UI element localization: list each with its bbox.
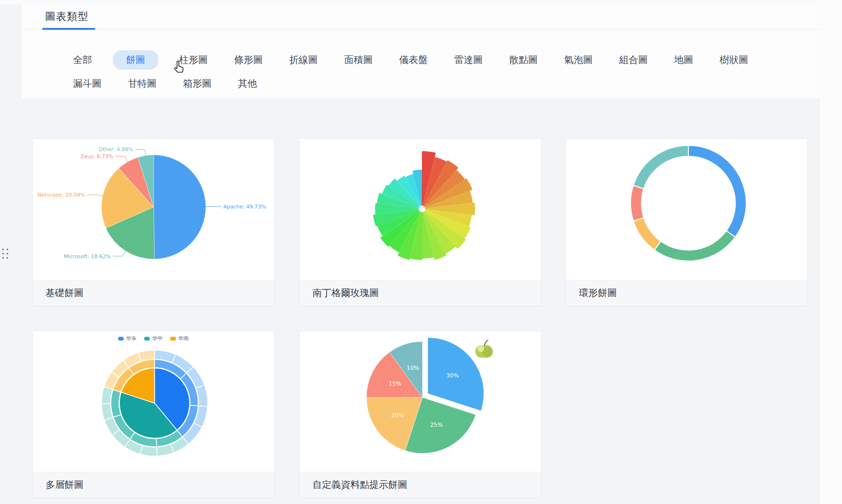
card-title: 南丁格爾玫瑰圖 <box>312 287 379 299</box>
filter-tab[interactable]: 其他 <box>232 74 263 93</box>
card-footer: 自定義資料點提示餅圖 <box>300 472 541 497</box>
legend-item[interactable]: 华东 <box>118 335 137 342</box>
card-title: 環形餅圖 <box>579 287 617 299</box>
custom-tooltip-pie-chart: 30%25%20%15%10% <box>300 331 541 472</box>
card-nightingale-rose[interactable]: 南丁格爾玫瑰圖 <box>299 138 541 306</box>
svg-text:30%: 30% <box>446 372 459 379</box>
svg-text:25%: 25% <box>430 422 443 428</box>
multi-layer-pie-chart <box>33 331 274 472</box>
filter-tab[interactable]: 餅圖 <box>113 50 158 70</box>
filter-tab[interactable]: 條形圖 <box>229 50 268 70</box>
filter-tab[interactable]: 組合圖 <box>613 50 653 70</box>
rose-chart <box>300 139 541 280</box>
svg-text:Netscape: 20.04%: Netscape: 20.04% <box>37 192 85 198</box>
card-footer: 南丁格爾玫瑰圖 <box>300 280 541 306</box>
filter-tab[interactable]: 樹狀圖 <box>714 50 754 70</box>
svg-text:Zeus: 6.73%: Zeus: 6.73% <box>81 153 113 160</box>
filter-tab[interactable]: 全部 <box>67 50 98 70</box>
filter-tab[interactable]: 氣泡圖 <box>558 50 598 70</box>
svg-text:Other: 4.88%: Other: 4.88% <box>99 146 133 153</box>
active-section-underline <box>42 28 95 30</box>
filter-tab[interactable]: 儀表盤 <box>394 50 433 70</box>
card-title: 基礎餅圖 <box>46 287 83 299</box>
filter-tab[interactable]: 折線圖 <box>284 50 323 70</box>
legend-marker <box>144 337 150 341</box>
legend-item[interactable]: 华中 <box>144 335 163 342</box>
filter-tab[interactable]: 甘特圖 <box>122 74 162 93</box>
page-title: 圖表類型 <box>45 9 89 24</box>
svg-text:20%: 20% <box>391 412 404 419</box>
filter-tab[interactable]: 地圖 <box>668 50 699 70</box>
svg-text:15%: 15% <box>389 380 402 387</box>
legend-item[interactable]: 华南 <box>170 335 189 342</box>
filter-tab[interactable]: 面積圖 <box>339 50 378 70</box>
card-basic-pie[interactable]: Apache: 49.73%Microsoft: 18.62%Netscape:… <box>32 138 275 306</box>
card-title: 自定義資料點提示餅圖 <box>312 478 407 491</box>
apple-image <box>476 340 493 358</box>
top-edge-strip <box>0 0 842 5</box>
filter-tabs-row-2: 漏斗圖甘特圖箱形圖其他 <box>67 74 263 93</box>
card-multi-layer-pie[interactable]: 华东华中华南 多層餅圖 <box>32 331 275 498</box>
donut-chart <box>566 139 807 280</box>
card-footer: 環形餅圖 <box>566 280 807 306</box>
legend-marker <box>118 337 124 341</box>
card-custom-tooltip-pie[interactable]: 30%25%20%15%10% 自定義資料點提示餅圖 <box>299 331 541 498</box>
chart-legend: 华东华中华南 <box>33 335 274 342</box>
card-footer: 基礎餅圖 <box>33 280 274 306</box>
svg-text:10%: 10% <box>407 365 420 371</box>
filter-tab[interactable]: 箱形圖 <box>177 74 217 93</box>
basic-pie-chart: Apache: 49.73%Microsoft: 18.62%Netscape:… <box>33 139 274 280</box>
card-donut-pie[interactable]: 環形餅圖 <box>566 138 808 306</box>
card-title: 多層餅圖 <box>46 478 83 491</box>
filter-tab[interactable]: 雷達圖 <box>448 50 488 70</box>
filter-tab[interactable]: 柱形圖 <box>174 50 213 70</box>
drag-handle-icon[interactable] <box>2 249 9 260</box>
svg-text:Microsoft: 18.62%: Microsoft: 18.62% <box>64 253 111 260</box>
filter-tabs-row-1: 全部餅圖柱形圖條形圖折線圖面積圖儀表盤雷達圖散點圖氣泡圖組合圖地圖樹狀圖 <box>67 50 754 70</box>
card-footer: 多層餅圖 <box>33 472 274 497</box>
filter-tab[interactable]: 漏斗圖 <box>67 74 107 93</box>
right-edge-strip <box>820 0 842 504</box>
panel-header: 圖表類型 <box>22 5 820 29</box>
legend-marker <box>170 337 176 341</box>
chart-type-panel: 圖表類型 全部餅圖柱形圖條形圖折線圖面積圖儀表盤雷達圖散點圖氣泡圖組合圖地圖樹狀… <box>22 5 820 99</box>
filter-tab[interactable]: 散點圖 <box>503 50 543 70</box>
svg-text:Apache: 49.73%: Apache: 49.73% <box>223 204 266 210</box>
